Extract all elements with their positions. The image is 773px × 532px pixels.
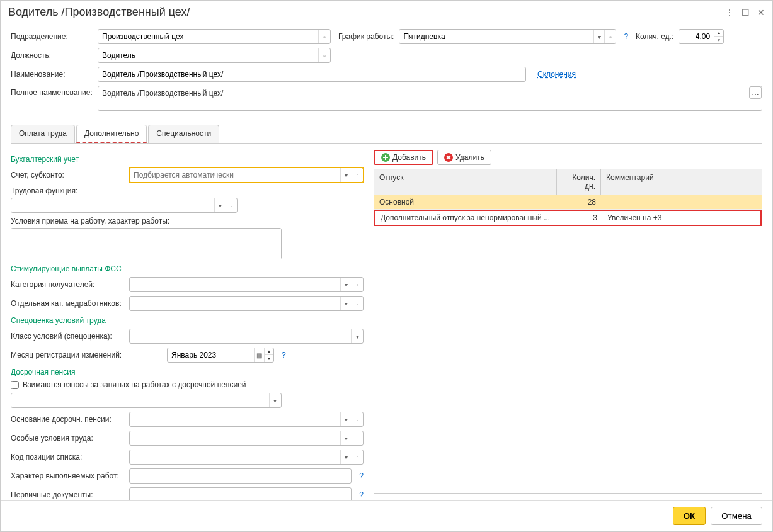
declension-link[interactable]: Склонения: [537, 70, 576, 79]
cell-otpusk: Дополнительный отпуск за ненормированный…: [375, 211, 558, 225]
account-label: Счет, субконто:: [11, 171, 124, 179]
vacation-table: Отпуск Колич. дн. Комментарий Основной 2…: [374, 169, 762, 494]
window-title: Водитель /Производственный цех/: [8, 6, 725, 19]
more-icon[interactable]: ⋮: [725, 8, 734, 18]
qty-input[interactable]: [679, 32, 714, 41]
cell-days: 28: [557, 195, 601, 209]
spinner-up-icon[interactable]: ▲: [714, 30, 723, 37]
schedule-label: График работы:: [338, 32, 394, 41]
dropdown-icon[interactable]: ▾: [593, 30, 605, 43]
cell-comment: [601, 195, 762, 209]
open-icon[interactable]: ▫: [352, 412, 363, 426]
list-code-label: Код позиции списка:: [11, 453, 124, 461]
open-icon[interactable]: ▫: [318, 30, 330, 43]
delete-button[interactable]: Удалить: [437, 150, 491, 165]
pension-extra-input[interactable]: [11, 396, 269, 405]
recipient-cat-label: Категория получателей:: [11, 280, 124, 289]
primary-docs-label: Первичные документы:: [11, 490, 124, 499]
accounting-section-title: Бухгалтерский учет: [11, 155, 364, 164]
labor-func-label: Трудовая функция:: [11, 186, 364, 195]
dropdown-icon[interactable]: ▾: [340, 168, 352, 182]
department-label: Подразделение:: [11, 32, 93, 41]
conditions-input[interactable]: [11, 229, 281, 259]
open-icon[interactable]: ▫: [352, 450, 363, 464]
delete-icon: [444, 153, 453, 162]
open-icon[interactable]: ▫: [352, 278, 363, 291]
add-icon: [381, 153, 390, 162]
help-icon[interactable]: ?: [359, 472, 364, 480]
open-icon[interactable]: ▫: [352, 297, 363, 310]
col-days-header[interactable]: Колич. дн.: [557, 169, 601, 195]
conditions-label: Условия приема на работу, характер работ…: [11, 217, 364, 225]
labor-func-input[interactable]: [11, 201, 214, 210]
help-icon[interactable]: ?: [282, 351, 286, 359]
work-nature-input[interactable]: [130, 472, 351, 480]
month-label: Месяц регистрации изменений:: [11, 351, 162, 359]
table-row[interactable]: Основной 28: [374, 195, 762, 210]
maximize-icon[interactable]: ☐: [742, 8, 750, 18]
tab-pay[interactable]: Оплата труда: [11, 125, 75, 143]
help-icon[interactable]: ?: [624, 32, 628, 41]
class-input[interactable]: [130, 332, 351, 341]
help-icon[interactable]: ?: [359, 490, 364, 499]
med-cat-input[interactable]: [130, 299, 340, 308]
cancel-button[interactable]: Отмена: [711, 507, 762, 525]
position-label: Должность:: [11, 51, 93, 60]
name-input[interactable]: [98, 70, 525, 79]
add-button-label: Добавить: [392, 153, 426, 162]
list-code-input[interactable]: [130, 453, 340, 461]
open-icon[interactable]: ▫: [226, 198, 237, 212]
dropdown-icon[interactable]: ▾: [340, 412, 352, 426]
calendar-icon[interactable]: ▦: [254, 348, 264, 362]
account-input[interactable]: [130, 171, 340, 179]
department-input[interactable]: [98, 32, 318, 41]
special-cond-label: Особые условия труда:: [11, 434, 124, 443]
med-cat-label: Отдельная кат. медработников:: [11, 299, 124, 308]
table-row[interactable]: Дополнительный отпуск за ненормированный…: [374, 210, 762, 226]
work-nature-label: Характер выполняемых работ:: [11, 472, 124, 480]
dropdown-icon[interactable]: ▾: [340, 297, 352, 310]
pension-basis-label: Основание досрочн. пенсии:: [11, 415, 124, 424]
spinner-down-icon[interactable]: ▼: [265, 355, 273, 362]
expand-icon[interactable]: …: [749, 86, 762, 99]
fullname-value[interactable]: Водитель /Производственный цех/: [102, 89, 223, 98]
add-button[interactable]: Добавить: [374, 150, 433, 165]
pension-checkbox-label: Взимаются взносы за занятых на работах с…: [23, 380, 246, 389]
fullname-label: Полное наименование:: [11, 86, 93, 97]
qty-label: Колич. ед.:: [636, 32, 673, 41]
primary-docs-input[interactable]: [130, 490, 351, 499]
open-icon[interactable]: ▫: [352, 431, 363, 445]
tab-spec[interactable]: Специальности: [148, 125, 219, 143]
col-comment-header[interactable]: Комментарий: [601, 169, 762, 195]
recipient-cat-input[interactable]: [130, 280, 340, 289]
delete-button-label: Удалить: [455, 153, 484, 162]
special-cond-input[interactable]: [130, 434, 340, 443]
cell-days: 3: [558, 211, 602, 225]
close-icon[interactable]: ✕: [757, 8, 765, 18]
pension-basis-input[interactable]: [130, 415, 340, 424]
fss-section-title: Стимулирующие выплаты ФСС: [11, 264, 364, 273]
dropdown-icon[interactable]: ▾: [340, 450, 352, 464]
open-icon[interactable]: ▫: [352, 168, 363, 182]
dropdown-icon[interactable]: ▾: [340, 431, 352, 445]
dropdown-icon[interactable]: ▾: [351, 329, 363, 343]
dropdown-icon[interactable]: ▾: [214, 198, 226, 212]
tab-extra[interactable]: Дополнительно: [76, 125, 147, 143]
ok-button[interactable]: ОК: [673, 507, 706, 525]
spinner-up-icon[interactable]: ▲: [265, 348, 273, 355]
name-label: Наименование:: [11, 70, 93, 79]
dropdown-icon[interactable]: ▾: [340, 278, 352, 291]
schedule-input[interactable]: [399, 32, 593, 41]
col-otpusk-header[interactable]: Отпуск: [374, 169, 557, 195]
dropdown-icon[interactable]: ▾: [269, 393, 281, 407]
pension-section-title: Досрочная пенсия: [11, 368, 364, 376]
open-icon[interactable]: ▫: [604, 30, 616, 43]
open-icon[interactable]: ▫: [318, 48, 330, 62]
cell-otpusk: Основной: [374, 195, 557, 209]
pension-checkbox[interactable]: [11, 381, 19, 389]
position-input[interactable]: [98, 51, 318, 60]
month-input[interactable]: [168, 351, 254, 359]
spinner-down-icon[interactable]: ▼: [714, 37, 723, 43]
sout-section-title: Спецоценка условий труда: [11, 316, 364, 325]
class-label: Класс условий (спецоценка):: [11, 332, 124, 341]
